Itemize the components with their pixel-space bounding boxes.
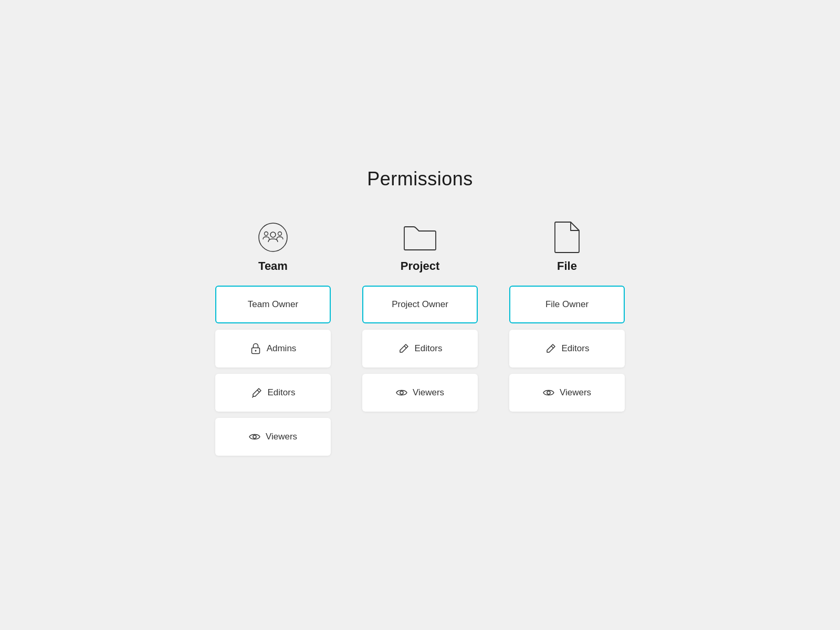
file-viewers-card[interactable]: Viewers: [509, 374, 625, 412]
team-editors-card[interactable]: Editors: [215, 374, 331, 412]
project-label: Project: [401, 259, 440, 273]
eye-icon-project: [396, 387, 407, 398]
file-label: File: [557, 259, 577, 273]
project-viewers-label: Viewers: [413, 387, 444, 398]
page-title: Permissions: [367, 168, 473, 190]
team-label: Team: [258, 259, 288, 273]
team-viewers-label: Viewers: [266, 432, 297, 442]
file-editors-card[interactable]: Editors: [509, 330, 625, 368]
eye-icon-team: [249, 431, 260, 443]
project-viewers-card[interactable]: Viewers: [362, 374, 478, 412]
column-file: File File Owner Editors: [509, 222, 625, 418]
svg-point-2: [265, 232, 268, 236]
svg-line-10: [551, 346, 553, 348]
lock-icon: [250, 343, 261, 354]
file-viewers-label: Viewers: [560, 387, 591, 398]
svg-point-3: [278, 232, 282, 236]
svg-line-6: [257, 390, 259, 392]
svg-point-9: [400, 391, 403, 394]
page-container: Permissions Team Team: [0, 168, 840, 462]
file-editors-label: Editors: [562, 343, 590, 354]
team-owner-card[interactable]: Team Owner: [215, 286, 331, 323]
svg-point-11: [547, 391, 550, 394]
column-team: Team Team Owner Admins: [215, 222, 331, 462]
columns-container: Team Team Owner Admins: [215, 222, 625, 462]
project-editors-label: Editors: [415, 343, 443, 354]
project-owner-card[interactable]: Project Owner: [362, 286, 478, 323]
svg-point-7: [253, 435, 256, 438]
pen-icon-team: [251, 387, 262, 398]
team-admins-card[interactable]: Admins: [215, 330, 331, 368]
file-owner-label: File Owner: [545, 299, 589, 310]
project-owner-label: Project Owner: [392, 299, 448, 310]
team-owner-label: Team Owner: [248, 299, 298, 310]
team-icon: [257, 222, 289, 253]
file-owner-card[interactable]: File Owner: [509, 286, 625, 323]
team-editors-label: Editors: [268, 387, 296, 398]
team-viewers-card[interactable]: Viewers: [215, 418, 331, 456]
column-project: Project Project Owner Editors: [362, 222, 478, 418]
folder-icon: [404, 222, 436, 253]
pen-icon-file: [545, 343, 556, 354]
svg-point-5: [255, 350, 256, 352]
project-editors-card[interactable]: Editors: [362, 330, 478, 368]
svg-line-8: [404, 346, 406, 348]
team-admins-label: Admins: [267, 343, 297, 354]
pen-icon-project: [398, 343, 410, 354]
svg-point-1: [270, 232, 276, 237]
eye-icon-file: [543, 387, 554, 398]
file-icon: [551, 222, 583, 253]
